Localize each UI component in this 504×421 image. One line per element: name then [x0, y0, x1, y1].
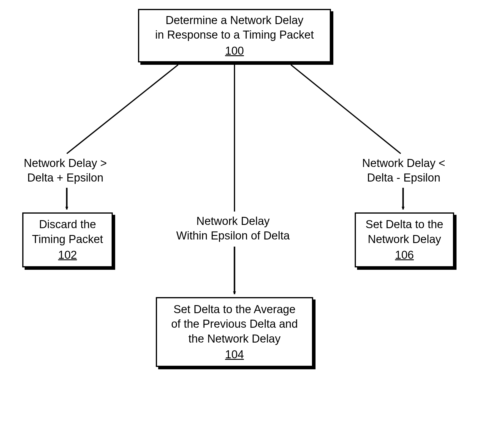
- mid-box-line2: of the Previous Delta and: [171, 317, 298, 331]
- left-box-line2: Timing Packet: [32, 232, 103, 247]
- top-box-num: 100: [225, 44, 244, 58]
- left-box-num: 102: [58, 248, 77, 262]
- mid-label-line2: Within Epsilon of Delta: [168, 228, 298, 243]
- right-label-line2: Delta - Epsilon: [353, 171, 454, 185]
- left-label-line1: Network Delay >: [15, 156, 116, 171]
- top-box-line2: in Response to a Timing Packet: [155, 28, 314, 42]
- mid-box-line1: Set Delta to the Average: [173, 302, 295, 317]
- right-box-num: 106: [395, 248, 414, 262]
- left-label: Network Delay > Delta + Epsilon: [15, 156, 116, 185]
- top-box-line1: Determine a Network Delay: [166, 13, 304, 28]
- right-box: Set Delta to the Network Delay 106: [355, 212, 454, 267]
- right-box-line2: Network Delay: [368, 232, 441, 247]
- mid-label: Network Delay Within Epsilon of Delta: [168, 214, 298, 243]
- left-label-line2: Delta + Epsilon: [15, 171, 116, 185]
- mid-box-num: 104: [225, 347, 244, 362]
- svg-line-2: [291, 65, 401, 154]
- right-label: Network Delay < Delta - Epsilon: [353, 156, 454, 185]
- mid-label-line1: Network Delay: [168, 214, 298, 228]
- svg-line-0: [67, 65, 178, 154]
- top-box: Determine a Network Delay in Response to…: [138, 9, 331, 62]
- mid-box: Set Delta to the Average of the Previous…: [156, 297, 313, 367]
- right-box-line1: Set Delta to the: [366, 217, 443, 232]
- mid-box-line3: the Network Delay: [188, 332, 280, 346]
- left-box-line1: Discard the: [39, 217, 96, 232]
- right-label-line1: Network Delay <: [353, 156, 454, 171]
- left-box: Discard the Timing Packet 102: [22, 212, 113, 267]
